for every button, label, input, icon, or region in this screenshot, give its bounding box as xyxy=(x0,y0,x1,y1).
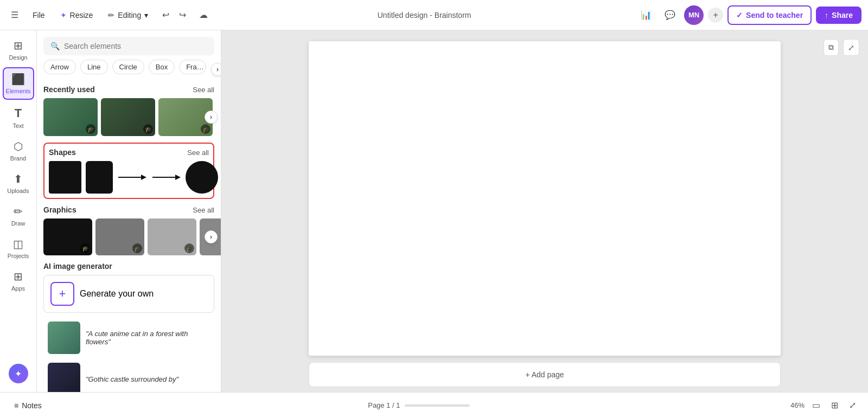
sidebar-item-projects[interactable]: ◫ Projects xyxy=(3,233,34,263)
editing-icon: ✏ xyxy=(108,11,114,20)
svg-marker-1 xyxy=(141,175,146,180)
recently-used-scroll-right[interactable]: › xyxy=(205,111,218,124)
svg-marker-3 xyxy=(175,175,181,180)
recently-used-grid: 🎓 🎓 🎓 › xyxy=(43,98,214,136)
chip-box[interactable]: Box xyxy=(149,60,175,74)
shapes-see-all[interactable]: See all xyxy=(187,149,209,157)
chart-button[interactable]: 📊 xyxy=(636,7,656,23)
uploads-icon: ⬆ xyxy=(14,172,23,185)
search-input[interactable] xyxy=(64,42,207,50)
undo-button[interactable]: ↩ xyxy=(158,7,174,23)
notes-label: Notes xyxy=(22,401,42,410)
sidebar-item-elements[interactable]: ⬛ Elements xyxy=(3,67,34,100)
ai-preset-1[interactable]: "A cute anime cat in a forest with flowe… xyxy=(43,317,214,358)
rect-shape xyxy=(86,161,113,194)
graphic-thumb-1[interactable]: 🎓 xyxy=(43,218,92,255)
topbar-right: 📊 💬 MN + ✓ Send to teacher ↑ Share xyxy=(636,5,861,25)
sidebar-item-apps[interactable]: ⊞ Apps xyxy=(3,266,34,296)
send-teacher-label: Send to teacher xyxy=(746,11,803,20)
sidebar-item-text[interactable]: T Text xyxy=(3,102,34,133)
share-button[interactable]: ↑ Share xyxy=(816,7,861,24)
grid-view-button[interactable]: ⊞ xyxy=(828,398,841,413)
graphic-thumb-2[interactable]: 🎓 xyxy=(95,218,144,255)
cloud-save-button[interactable]: ☁ xyxy=(195,7,212,23)
search-box[interactable]: 🔍 xyxy=(43,37,214,55)
canvas-area: ⧉ ⤢ + Add page xyxy=(221,30,868,392)
uploads-label: Uploads xyxy=(7,188,29,194)
elements-icon: ⬛ xyxy=(11,73,25,86)
topbar-left: ☰ File ✦ Resize ✏ Editing ▾ ↩ ↪ ☁ xyxy=(7,7,212,23)
resize-button[interactable]: ✦ Resize xyxy=(55,8,99,23)
search-icon: 🔍 xyxy=(50,42,60,50)
chip-circle[interactable]: Circle xyxy=(112,60,144,74)
thumb-badge-2: 🎓 xyxy=(143,124,153,134)
sidebar-item-draw[interactable]: ✏ Draw xyxy=(3,201,34,231)
draw-label: Draw xyxy=(11,220,25,227)
canvas-page xyxy=(309,41,781,356)
recent-thumb-1[interactable]: 🎓 xyxy=(43,98,98,136)
file-button[interactable]: File xyxy=(27,8,50,23)
sidebar-item-design[interactable]: ⊞ Design xyxy=(3,35,34,65)
shape-line-arrow[interactable] xyxy=(117,172,147,183)
chip-arrow[interactable]: Arrow xyxy=(43,60,76,74)
projects-label: Projects xyxy=(8,253,29,259)
editing-label: Editing xyxy=(118,11,141,20)
ai-preset-thumb-1 xyxy=(48,321,80,354)
add-page-button[interactable]: + Add page xyxy=(309,362,781,387)
file-label: File xyxy=(33,11,45,20)
notes-icon: ≡ xyxy=(14,401,18,410)
desktop-view-button[interactable]: ▭ xyxy=(809,398,824,413)
comment-button[interactable]: 💬 xyxy=(660,7,680,23)
page-slider[interactable] xyxy=(405,404,470,407)
editing-button[interactable]: ✏ Editing ▾ xyxy=(103,8,154,23)
thumb-badge-1: 🎓 xyxy=(86,124,95,134)
ai-preset-2[interactable]: "Gothic castle surrounded by" xyxy=(43,358,214,392)
recent-thumb-2[interactable]: 🎓 xyxy=(101,98,155,136)
redo-button[interactable]: ↪ xyxy=(175,7,190,23)
add-collaborator-button[interactable]: + xyxy=(708,8,723,23)
copy-frame-button[interactable]: ⧉ xyxy=(824,39,839,56)
expand-frame-button[interactable]: ⤢ xyxy=(843,39,859,56)
sidebar-item-uploads[interactable]: ⬆ Uploads xyxy=(3,168,34,198)
fullscreen-button[interactable]: ⤢ xyxy=(846,398,859,413)
hamburger-button[interactable]: ☰ xyxy=(7,7,23,23)
main-area: ⊞ Design ⬛ Elements T Text ⬡ Brand ⬆ Upl… xyxy=(0,30,868,392)
graphics-see-all[interactable]: See all xyxy=(193,206,214,214)
apps-label: Apps xyxy=(11,285,25,292)
graphics-header: Graphics See all xyxy=(43,205,214,214)
graphic-badge-2: 🎓 xyxy=(132,243,142,253)
notes-button[interactable]: ≡ Notes xyxy=(9,398,47,413)
chip-line[interactable]: Line xyxy=(80,60,108,74)
chip-frame[interactable]: Fra… xyxy=(179,60,206,74)
shapes-header: Shapes See all xyxy=(49,148,209,157)
filter-chips: Arrow Line Circle Box Fra… › xyxy=(37,60,221,79)
graphic-thumb-3[interactable]: 🎓 xyxy=(148,218,196,255)
recently-used-title: Recently used xyxy=(43,85,95,94)
resize-icon: ✦ xyxy=(60,11,67,20)
shape-circle[interactable] xyxy=(186,161,218,194)
circle-shape xyxy=(186,161,218,194)
ai-preset-label-2: "Gothic castle surrounded by" xyxy=(86,375,178,383)
sidebar-nav: ⊞ Design ⬛ Elements T Text ⬡ Brand ⬆ Upl… xyxy=(0,30,37,392)
avatar[interactable]: MN xyxy=(684,5,704,25)
bottom-right: 46% ▭ ⊞ ⤢ xyxy=(790,398,859,413)
recently-used-see-all[interactable]: See all xyxy=(193,86,214,94)
nav-bottom: ✦ xyxy=(9,359,28,388)
checkmark-icon: ✓ xyxy=(736,11,743,20)
graphics-scroll-right[interactable]: › xyxy=(205,230,218,243)
elements-panel: 🔍 Arrow Line Circle Box Fra… › Recently … xyxy=(37,30,221,392)
ai-preset-label-1: "A cute anime cat in a forest with flowe… xyxy=(86,330,210,346)
sidebar-item-brand[interactable]: ⬡ Brand xyxy=(3,136,34,166)
shape-arrow-right[interactable] xyxy=(151,172,181,183)
shape-rounded-rect[interactable] xyxy=(86,161,113,194)
canvas-toolbar: ⧉ ⤢ xyxy=(824,39,859,56)
apps-icon: ⊞ xyxy=(14,270,23,283)
design-label: Design xyxy=(9,54,27,61)
ai-section: AI image generator + Generate your own "… xyxy=(43,262,214,392)
send-to-teacher-button[interactable]: ✓ Send to teacher xyxy=(727,5,812,25)
chips-scroll-right[interactable]: › xyxy=(211,63,221,76)
magic-button[interactable]: ✦ xyxy=(9,364,28,383)
shape-square[interactable] xyxy=(49,161,81,194)
ai-generate-box[interactable]: + Generate your own xyxy=(43,275,214,313)
undo-redo-group: ↩ ↪ xyxy=(158,7,190,23)
